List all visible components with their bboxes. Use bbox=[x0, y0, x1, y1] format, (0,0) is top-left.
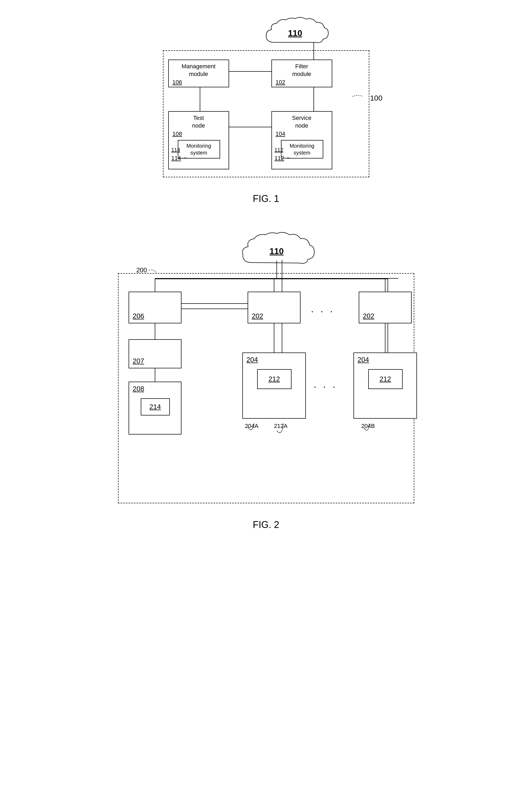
service-node-monitoring-number: 112 bbox=[274, 147, 283, 153]
filter-module-number: 102 bbox=[276, 79, 285, 86]
box-204b: 204 212 bbox=[354, 353, 417, 419]
label-204a-num: 204 bbox=[247, 356, 258, 364]
label-114: 114 bbox=[171, 155, 191, 162]
fig2-dots-top: . . . bbox=[311, 303, 335, 315]
label-204A-text: 204A bbox=[245, 422, 259, 430]
arrow-112 bbox=[286, 156, 293, 161]
service-node-title: Servicenode bbox=[276, 114, 328, 129]
box-208: 208 214 bbox=[129, 382, 182, 435]
fig2-cloud-label: 110 bbox=[270, 246, 284, 256]
label-214: 214 bbox=[150, 403, 161, 411]
label-202b: 202 bbox=[363, 312, 374, 320]
management-module-title: Managementmodule bbox=[172, 63, 225, 78]
fig2-dots-bottom: . . . bbox=[314, 379, 338, 390]
service-node-number: 104 bbox=[276, 130, 285, 137]
page-container: 110 Managementmodule 106 Filtermodule 10… bbox=[55, 11, 478, 530]
label-207: 207 bbox=[133, 357, 144, 365]
fig1-diagram: 110 Managementmodule 106 Filtermodule 10… bbox=[147, 11, 385, 185]
box-206: 206 bbox=[129, 291, 182, 323]
fig2-outer-arrow bbox=[149, 267, 159, 274]
test-node-title: Testnode bbox=[172, 114, 225, 129]
fig1-outer-label: 100 bbox=[353, 93, 382, 102]
management-module-box: Managementmodule 106 bbox=[168, 59, 229, 87]
label-202a: 202 bbox=[252, 312, 263, 320]
label-208: 208 bbox=[133, 385, 144, 393]
fig2-cloud: 110 bbox=[237, 231, 317, 272]
box-204a: 204 212 bbox=[242, 353, 306, 419]
fig2-outer-label: 200 bbox=[136, 266, 159, 274]
box-212b: 212 bbox=[368, 369, 403, 389]
management-module-number: 106 bbox=[172, 79, 182, 86]
box-212a: 212 bbox=[257, 369, 291, 389]
fig1-container: 110 Managementmodule 106 Filtermodule 10… bbox=[147, 11, 385, 204]
label-212a-num: 212 bbox=[268, 375, 280, 383]
label-212A-text: 212A bbox=[274, 422, 288, 430]
outer-label-arrow bbox=[353, 93, 368, 100]
label-204b-num: 204 bbox=[358, 356, 369, 364]
fig2-diagram: 110 200 206 207 208 214 bbox=[108, 225, 425, 511]
label-204B-text: 204B bbox=[361, 422, 375, 430]
test-node-number: 108 bbox=[172, 130, 182, 137]
arrow-114 bbox=[183, 156, 190, 161]
label-112: 112 bbox=[274, 155, 294, 162]
test-node-monitoring-number: 114 bbox=[171, 147, 180, 153]
fig2-caption: FIG. 2 bbox=[253, 519, 279, 530]
test-node-monitoring-label: Monitoringsystem bbox=[187, 143, 211, 156]
service-node-monitoring-label: Monitoringsystem bbox=[290, 143, 314, 156]
box-202-right: 202 bbox=[359, 291, 412, 323]
label-212b-num: 212 bbox=[380, 375, 391, 383]
filter-module-box: Filtermodule 102 bbox=[271, 59, 332, 87]
fig1-cloud-label: 110 bbox=[288, 28, 302, 38]
box-214: 214 bbox=[141, 398, 170, 415]
filter-module-title: Filtermodule bbox=[276, 63, 328, 78]
label-206: 206 bbox=[133, 312, 144, 320]
box-207: 207 bbox=[129, 339, 182, 369]
box-202-center: 202 bbox=[248, 291, 301, 323]
fig2-container: 110 200 206 207 208 214 bbox=[108, 225, 425, 530]
fig1-caption: FIG. 1 bbox=[253, 193, 279, 204]
fig1-cloud: 110 bbox=[261, 16, 330, 50]
